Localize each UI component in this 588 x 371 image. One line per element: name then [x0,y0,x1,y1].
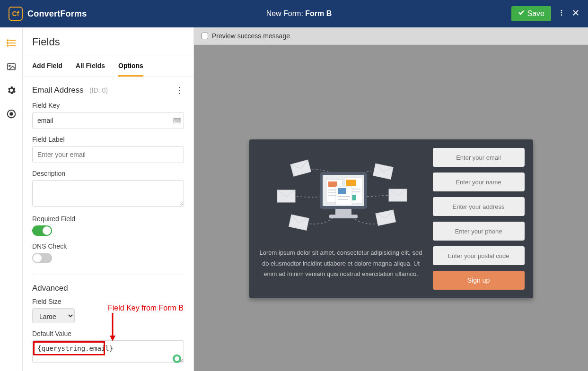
svg-rect-33 [346,180,356,186]
svg-rect-11 [7,64,15,70]
field-key-label: Field Key [32,102,184,109]
tab-all-fields[interactable]: All Fields [76,55,105,77]
preview-phone-field[interactable] [433,222,525,241]
title-prefix: New Form: [266,9,306,17]
required-toggle[interactable] [32,225,52,236]
description-input[interactable] [32,180,184,207]
dns-label: DNS Check [32,242,184,250]
field-title: Email Address [32,86,84,95]
default-value-label: Default Value [32,330,184,337]
svg-point-12 [9,65,10,67]
default-value-input[interactable]: {querystring.email} [32,340,184,363]
dns-toggle[interactable] [32,253,52,263]
form-card-left: Lorem ipsum dolor sit amet, consectetur … [258,148,424,290]
save-label: Save [527,9,544,18]
signup-button[interactable]: Sign up [433,271,525,290]
svg-point-10 [7,45,8,46]
svg-rect-38 [338,188,346,194]
annotation-arrow-icon [110,313,119,342]
field-key-input[interactable] [32,112,184,129]
form-lorem-text: Lorem ipsum dolor sit amet, consectetur … [258,248,424,280]
nav-submissions-icon[interactable] [6,109,17,119]
page-title: New Form: Form B [87,9,511,18]
svg-point-0 [561,10,562,11]
preview-address-field[interactable] [433,197,525,216]
form-card: Lorem ipsum dolor sit amet, consectetur … [249,139,533,298]
form-card-right: Sign up [433,148,525,290]
preview-name-field[interactable] [433,173,525,191]
nav-design-icon[interactable] [6,61,17,72]
nav-rail [0,27,23,371]
close-icon[interactable] [572,9,579,19]
advanced-title: Advanced [23,275,193,298]
preview-area: Preview success message [194,27,588,371]
side-panel: Fields Add Field All Fields Options Emai… [23,27,194,371]
preview-email-field[interactable] [433,148,525,167]
field-id: (ID: 0) [89,86,108,94]
nav-settings-icon[interactable] [6,85,17,95]
top-bar: Cf ConvertForms New Form: Form B Save [0,0,588,27]
brand-badge: Cf [9,7,23,21]
form-name: Form B [305,9,332,17]
svg-point-14 [10,112,13,115]
annotation-label: Field Key from Form B [108,304,184,312]
svg-rect-19 [289,215,309,230]
svg-point-1 [561,12,562,13]
input-suggestion-icon: ⌨ [174,117,180,124]
svg-rect-22 [376,210,396,225]
tab-options[interactable]: Options [118,55,143,77]
nav-fields-icon[interactable] [6,38,17,48]
form-illustration [272,158,410,238]
field-more-icon[interactable]: ⋮ [176,86,184,95]
more-vertical-icon[interactable] [558,9,565,19]
preview-postal-field[interactable] [433,246,525,265]
svg-rect-17 [290,160,311,176]
field-size-select[interactable]: Large [32,308,75,323]
preview-success-checkbox[interactable] [202,33,208,39]
top-actions: Save [511,6,579,21]
description-label: Description [32,170,184,177]
svg-rect-25 [335,209,351,215]
svg-marker-16 [110,336,115,341]
tab-add-field[interactable]: Add Field [32,55,62,77]
required-label: Required Field [32,215,184,223]
field-label-label: Field Label [32,136,184,143]
preview-success-label: Preview success message [212,32,290,40]
grammarly-icon [173,354,181,363]
panel-tabs: Add Field All Fields Options [23,55,193,77]
svg-rect-26 [329,215,358,218]
svg-point-2 [561,14,562,16]
panel-title: Fields [23,27,193,55]
svg-point-8 [7,40,8,41]
field-label-input[interactable] [32,146,184,163]
preview-toolbar: Preview success message [194,27,588,45]
svg-rect-20 [373,164,393,179]
preview-canvas: Lorem ipsum dolor sit amet, consectetur … [194,45,588,371]
brand-name: ConvertForms [27,9,87,19]
save-button[interactable]: Save [511,6,551,21]
svg-rect-28 [328,181,337,187]
check-icon [518,9,525,18]
svg-point-9 [7,43,8,43]
